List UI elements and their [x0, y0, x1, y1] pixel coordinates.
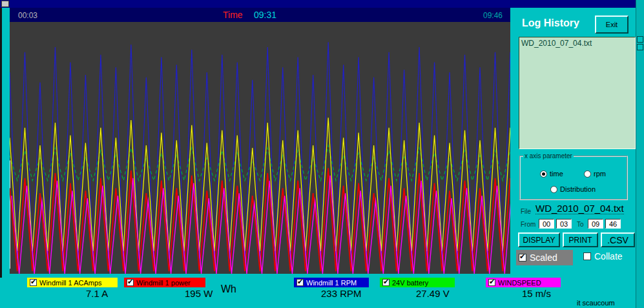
- x-axis-parameter-group: x axis parameter time rpm Distribution: [519, 152, 628, 200]
- chart-time-header: 00:03 Time 09:31 09:46: [10, 8, 510, 22]
- rpm-reading: 233 RPM: [321, 288, 362, 299]
- legend-windmill1-power[interactable]: Windmill 1 power: [124, 278, 205, 287]
- csv-button[interactable]: .CSV: [601, 232, 635, 247]
- scaled-checkbox-row[interactable]: Scaled: [516, 250, 573, 265]
- radio-distribution-label: Distribution: [560, 185, 596, 193]
- radio-time-circle[interactable]: [540, 170, 547, 178]
- scaled-checkbox[interactable]: [519, 254, 526, 262]
- power-reading: 195 W: [185, 288, 213, 299]
- legend-windspeed-checkbox[interactable]: [488, 279, 495, 286]
- legend-power-checkbox[interactable]: [127, 279, 134, 286]
- start-time: 00:03: [18, 11, 37, 20]
- radio-time[interactable]: time: [540, 170, 563, 178]
- title-bar[interactable]: [0, 0, 644, 8]
- from-minutes-input[interactable]: [556, 219, 572, 229]
- time-label: Time: [223, 10, 243, 20]
- log-file-list[interactable]: WD_2010_07_04.txt: [519, 37, 636, 149]
- radio-distribution[interactable]: Distribution: [550, 185, 596, 193]
- print-button[interactable]: PRINT: [563, 232, 598, 247]
- file-value: WD_2010_07_04.txt: [535, 203, 624, 214]
- partial-text-bottom-right: it scaucoum: [577, 299, 615, 307]
- legend-battery-label: 24V battery: [392, 279, 428, 287]
- file-label: File: [521, 208, 531, 215]
- exit-button[interactable]: Exit: [595, 15, 628, 34]
- to-hours-input[interactable]: [588, 219, 603, 229]
- acamps-reading: 7.1 A: [86, 288, 108, 299]
- windspeed-reading: 15 m/s: [522, 288, 551, 299]
- legend-windmill1-rpm[interactable]: Windmill 1 RPM: [294, 278, 369, 287]
- legend-battery-checkbox[interactable]: [382, 279, 390, 286]
- radio-rpm-label: rpm: [594, 170, 606, 178]
- collate-label: Collate: [594, 251, 623, 262]
- window-icon[interactable]: [1, 1, 9, 7]
- scroll-button-bottom[interactable]: [637, 44, 643, 50]
- scaled-label: Scaled: [530, 252, 557, 263]
- battery-reading: 27.49 V: [416, 288, 450, 299]
- radio-rpm-circle[interactable]: [584, 170, 591, 178]
- log-file-item[interactable]: WD_2010_07_04.txt: [519, 37, 635, 49]
- from-label: From: [521, 221, 535, 228]
- collate-checkbox-row[interactable]: Collate: [583, 251, 623, 262]
- collate-checkbox[interactable]: [583, 252, 591, 260]
- legend-acamps-label: Windmill 1 ACAmps: [39, 279, 102, 287]
- legend-rpm-checkbox[interactable]: [296, 279, 304, 286]
- x-axis-parameter-label: x axis parameter: [523, 152, 574, 159]
- display-button[interactable]: DISPLAY: [518, 232, 560, 247]
- log-history-title: Log History: [522, 17, 579, 29]
- scroll-button-top[interactable]: [637, 36, 643, 43]
- radio-rpm[interactable]: rpm: [584, 170, 606, 178]
- legend-24v-battery[interactable]: 24V battery: [380, 278, 455, 287]
- to-minutes-input[interactable]: [605, 219, 621, 229]
- current-time: 09:31: [254, 10, 276, 20]
- legend-rpm-label: Windmill 1 RPM: [306, 279, 357, 287]
- radio-distribution-circle[interactable]: [550, 186, 557, 193]
- legend-power-label: Windmill 1 power: [136, 279, 191, 287]
- end-time: 09:46: [483, 11, 503, 20]
- legend-windspeed[interactable]: WINDSPEED: [486, 278, 561, 287]
- chart-plot-area: [10, 22, 510, 274]
- waveform-canvas: [10, 22, 510, 274]
- legend-windmill1-acamps[interactable]: Windmill 1 ACAmps: [27, 278, 118, 287]
- legend-acamps-checkbox[interactable]: [30, 279, 37, 286]
- wh-label: Wh: [221, 283, 236, 295]
- window-left-border: [0, 8, 2, 278]
- from-hours-input[interactable]: [539, 219, 554, 229]
- radio-time-label: time: [550, 170, 563, 178]
- to-label: To: [577, 221, 584, 228]
- legend-windspeed-label: WINDSPEED: [498, 279, 541, 287]
